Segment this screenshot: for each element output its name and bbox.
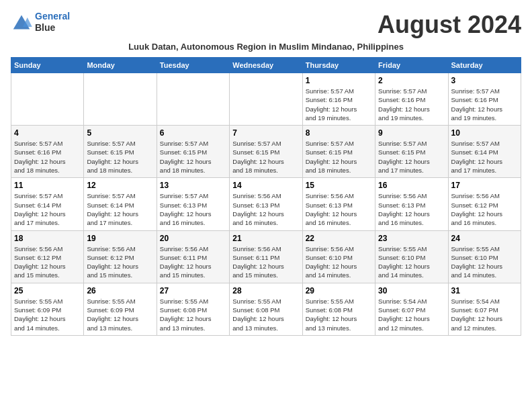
calendar-cell: 8Sunrise: 5:57 AMSunset: 6:15 PMDaylight…	[302, 126, 375, 178]
day-info: Sunrise: 5:56 AMSunset: 6:12 PMDaylight:…	[14, 244, 81, 280]
day-number: 7	[232, 128, 299, 138]
day-number: 5	[87, 128, 153, 138]
day-info: Sunrise: 5:56 AMSunset: 6:13 PMDaylight:…	[378, 191, 445, 227]
day-number: 26	[87, 286, 153, 295]
day-info: Sunrise: 5:57 AMSunset: 6:15 PMDaylight:…	[160, 139, 226, 175]
week-row-3: 11Sunrise: 5:57 AMSunset: 6:14 PMDayligh…	[11, 178, 521, 230]
weekday-header-row: SundayMondayTuesdayWednesdayThursdayFrid…	[11, 58, 521, 73]
day-number: 4	[14, 128, 81, 138]
calendar-cell: 2Sunrise: 5:57 AMSunset: 6:16 PMDaylight…	[375, 73, 448, 126]
day-info: Sunrise: 5:55 AMSunset: 6:09 PMDaylight:…	[87, 297, 153, 332]
day-number: 29	[306, 286, 372, 295]
calendar-table: SundayMondayTuesdayWednesdayThursdayFrid…	[11, 57, 521, 336]
day-info: Sunrise: 5:55 AMSunset: 6:10 PMDaylight:…	[451, 244, 518, 280]
calendar-cell: 3Sunrise: 5:57 AMSunset: 6:16 PMDaylight…	[448, 73, 521, 126]
calendar-cell: 22Sunrise: 5:56 AMSunset: 6:10 PMDayligh…	[302, 230, 375, 283]
day-info: Sunrise: 5:57 AMSunset: 6:13 PMDaylight:…	[160, 191, 226, 227]
day-number: 17	[451, 181, 518, 190]
day-info: Sunrise: 5:57 AMSunset: 6:15 PMDaylight:…	[87, 139, 153, 175]
page-header: General Blue August 2024	[11, 11, 521, 39]
day-info: Sunrise: 5:57 AMSunset: 6:16 PMDaylight:…	[451, 87, 518, 122]
weekday-header-monday: Monday	[84, 58, 157, 73]
day-info: Sunrise: 5:57 AMSunset: 6:14 PMDaylight:…	[87, 191, 153, 227]
day-info: Sunrise: 5:57 AMSunset: 6:16 PMDaylight:…	[14, 139, 81, 175]
day-number: 15	[306, 181, 372, 190]
calendar-cell: 13Sunrise: 5:57 AMSunset: 6:13 PMDayligh…	[157, 178, 229, 230]
day-info: Sunrise: 5:55 AMSunset: 6:09 PMDaylight:…	[14, 297, 81, 332]
week-row-4: 18Sunrise: 5:56 AMSunset: 6:12 PMDayligh…	[11, 230, 521, 283]
weekday-header-sunday: Sunday	[11, 58, 84, 73]
week-row-1: 1Sunrise: 5:57 AMSunset: 6:16 PMDaylight…	[11, 73, 521, 126]
calendar-cell: 1Sunrise: 5:57 AMSunset: 6:16 PMDaylight…	[302, 73, 375, 126]
day-info: Sunrise: 5:55 AMSunset: 6:10 PMDaylight:…	[378, 244, 445, 280]
day-info: Sunrise: 5:56 AMSunset: 6:11 PMDaylight:…	[160, 244, 226, 280]
day-number: 24	[451, 234, 518, 243]
day-info: Sunrise: 5:56 AMSunset: 6:13 PMDaylight:…	[232, 191, 299, 227]
day-info: Sunrise: 5:54 AMSunset: 6:07 PMDaylight:…	[378, 297, 445, 332]
day-info: Sunrise: 5:57 AMSunset: 6:15 PMDaylight:…	[232, 139, 299, 175]
calendar-cell: 14Sunrise: 5:56 AMSunset: 6:13 PMDayligh…	[230, 178, 302, 230]
logo: General Blue	[11, 11, 70, 34]
weekday-header-saturday: Saturday	[448, 58, 521, 73]
day-info: Sunrise: 5:56 AMSunset: 6:12 PMDaylight:…	[87, 244, 153, 280]
calendar-cell: 20Sunrise: 5:56 AMSunset: 6:11 PMDayligh…	[157, 230, 229, 283]
day-number: 20	[160, 234, 226, 243]
calendar-cell: 29Sunrise: 5:55 AMSunset: 6:08 PMDayligh…	[302, 283, 375, 335]
day-info: Sunrise: 5:54 AMSunset: 6:07 PMDaylight:…	[451, 297, 518, 332]
calendar-cell: 9Sunrise: 5:57 AMSunset: 6:15 PMDaylight…	[375, 126, 448, 178]
calendar-cell: 18Sunrise: 5:56 AMSunset: 6:12 PMDayligh…	[11, 230, 84, 283]
day-info: Sunrise: 5:57 AMSunset: 6:16 PMDaylight:…	[306, 87, 372, 122]
calendar-cell: 28Sunrise: 5:55 AMSunset: 6:08 PMDayligh…	[230, 283, 302, 335]
day-number: 13	[160, 181, 226, 190]
calendar-cell: 4Sunrise: 5:57 AMSunset: 6:16 PMDaylight…	[11, 126, 84, 178]
weekday-header-thursday: Thursday	[302, 58, 375, 73]
day-number: 23	[378, 234, 445, 243]
calendar-title: August 2024	[378, 11, 521, 39]
day-info: Sunrise: 5:55 AMSunset: 6:08 PMDaylight:…	[306, 297, 372, 332]
week-row-5: 25Sunrise: 5:55 AMSunset: 6:09 PMDayligh…	[11, 283, 521, 335]
calendar-cell: 21Sunrise: 5:56 AMSunset: 6:11 PMDayligh…	[230, 230, 302, 283]
calendar-cell: 23Sunrise: 5:55 AMSunset: 6:10 PMDayligh…	[375, 230, 448, 283]
day-number: 28	[232, 286, 299, 295]
day-number: 19	[87, 234, 153, 243]
calendar-cell: 30Sunrise: 5:54 AMSunset: 6:07 PMDayligh…	[375, 283, 448, 335]
calendar-cell: 17Sunrise: 5:56 AMSunset: 6:12 PMDayligh…	[448, 178, 521, 230]
day-number: 1	[306, 76, 372, 85]
calendar-cell: 5Sunrise: 5:57 AMSunset: 6:15 PMDaylight…	[84, 126, 157, 178]
day-number: 8	[306, 128, 372, 138]
day-number: 9	[378, 128, 445, 138]
day-number: 31	[451, 286, 518, 295]
day-info: Sunrise: 5:57 AMSunset: 6:14 PMDaylight:…	[14, 191, 81, 227]
calendar-cell: 26Sunrise: 5:55 AMSunset: 6:09 PMDayligh…	[84, 283, 157, 335]
week-row-2: 4Sunrise: 5:57 AMSunset: 6:16 PMDaylight…	[11, 126, 521, 178]
calendar-cell: 10Sunrise: 5:57 AMSunset: 6:14 PMDayligh…	[448, 126, 521, 178]
calendar-cell: 31Sunrise: 5:54 AMSunset: 6:07 PMDayligh…	[448, 283, 521, 335]
calendar-cell	[157, 73, 229, 126]
weekday-header-tuesday: Tuesday	[157, 58, 229, 73]
day-number: 25	[14, 286, 81, 295]
calendar-cell: 15Sunrise: 5:56 AMSunset: 6:13 PMDayligh…	[302, 178, 375, 230]
calendar-cell	[84, 73, 157, 126]
calendar-cell: 16Sunrise: 5:56 AMSunset: 6:13 PMDayligh…	[375, 178, 448, 230]
day-number: 10	[451, 128, 518, 138]
day-info: Sunrise: 5:55 AMSunset: 6:08 PMDaylight:…	[232, 297, 299, 332]
generalblue-logo-icon	[11, 13, 32, 32]
logo-text: General Blue	[35, 11, 70, 34]
calendar-cell: 7Sunrise: 5:57 AMSunset: 6:15 PMDaylight…	[230, 126, 302, 178]
day-number: 18	[14, 234, 81, 243]
day-number: 16	[378, 181, 445, 190]
calendar-cell: 24Sunrise: 5:55 AMSunset: 6:10 PMDayligh…	[448, 230, 521, 283]
day-info: Sunrise: 5:56 AMSunset: 6:10 PMDaylight:…	[306, 244, 372, 280]
weekday-header-wednesday: Wednesday	[230, 58, 302, 73]
day-info: Sunrise: 5:57 AMSunset: 6:15 PMDaylight:…	[306, 139, 372, 175]
day-number: 30	[378, 286, 445, 295]
day-number: 12	[87, 181, 153, 190]
day-info: Sunrise: 5:57 AMSunset: 6:14 PMDaylight:…	[451, 139, 518, 175]
day-info: Sunrise: 5:57 AMSunset: 6:15 PMDaylight:…	[378, 139, 445, 175]
calendar-cell: 27Sunrise: 5:55 AMSunset: 6:08 PMDayligh…	[157, 283, 229, 335]
day-number: 21	[232, 234, 299, 243]
calendar-cell: 11Sunrise: 5:57 AMSunset: 6:14 PMDayligh…	[11, 178, 84, 230]
day-info: Sunrise: 5:56 AMSunset: 6:11 PMDaylight:…	[232, 244, 299, 280]
day-number: 6	[160, 128, 226, 138]
day-number: 11	[14, 181, 81, 190]
